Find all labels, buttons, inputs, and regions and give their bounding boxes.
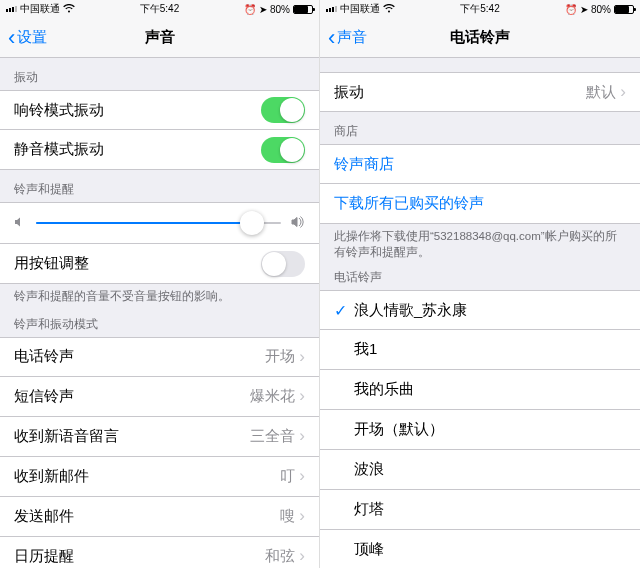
row-label: 下载所有已购买的铃声 [334,194,626,213]
section-header-vibrate: 振动 [0,58,319,90]
ringtone-label: 顶峰 [354,540,626,559]
battery-pct: 80% [270,4,290,15]
back-label: 声音 [337,28,367,47]
battery-icon [614,5,634,14]
row-value: 嗖 [280,507,295,526]
chevron-right-icon: › [299,466,305,486]
switch-vibrate-ring[interactable] [261,97,305,123]
status-bar: 中国联通 下午5:42 ⏰ ➤ 80% [0,0,319,18]
row-tone-store[interactable]: 铃声商店 [320,144,640,184]
back-button[interactable]: ‹ 设置 [8,27,47,49]
chevron-right-icon: › [299,386,305,406]
ringtone-label: 开场（默认） [354,420,626,439]
ringtone-label: 灯塔 [354,500,626,519]
back-label: 设置 [17,28,47,47]
battery-icon [293,5,313,14]
volume-high-icon [291,215,305,231]
ringtone-item[interactable]: ✓浪人情歌_苏永康 [320,290,640,330]
phone-sound-settings: 中国联通 下午5:42 ⏰ ➤ 80% ‹ 设置 声音 振动 [0,0,320,568]
row-download-purchased[interactable]: 下载所有已购买的铃声 [320,184,640,224]
row-label: 发送邮件 [14,507,280,526]
row-text-tone[interactable]: 短信铃声 爆米花 › [0,377,319,417]
signal-icon [6,6,17,12]
row-sent-mail[interactable]: 发送邮件 嗖 › [0,497,319,537]
section-header-ringtones: 电话铃声 [320,268,640,290]
section-footer-download: 此操作将下载使用“532188348@qq.com”帐户购买的所有铃声和提醒声。 [320,224,640,268]
row-calendar[interactable]: 日历提醒 和弦 › [0,537,319,568]
row-value: 三全音 [250,427,295,446]
checkmark-icon: ✓ [334,301,354,320]
row-change-with-buttons[interactable]: 用按钮调整 [0,244,319,284]
row-label: 电话铃声 [14,347,265,366]
row-vibrate-ring[interactable]: 响铃模式振动 [0,90,319,130]
switch-vibrate-silent[interactable] [261,137,305,163]
scroll-content[interactable]: 振动 响铃模式振动 静音模式振动 铃声和提醒 [0,58,319,568]
chevron-right-icon: › [299,426,305,446]
back-button[interactable]: ‹ 声音 [328,27,367,49]
ringtone-label: 波浪 [354,460,626,479]
carrier-label: 中国联通 [20,2,60,16]
row-voicemail[interactable]: 收到新语音留言 三全音 › [0,417,319,457]
row-vibration[interactable]: 振动 默认 › [320,72,640,112]
row-value: 叮 [280,467,295,486]
chevron-left-icon: ‹ [8,27,15,49]
volume-slider[interactable] [36,222,281,224]
phone-ringtone-settings: 中国联通 下午5:42 ⏰ ➤ 80% ‹ 声音 电话铃声 [320,0,640,568]
alarm-icon: ⏰ [565,4,577,15]
clock: 下午5:42 [75,2,244,16]
section-footer-ringer: 铃声和提醒的音量不受音量按钮的影响。 [0,284,319,313]
location-icon: ➤ [580,4,588,15]
row-label: 日历提醒 [14,547,265,566]
row-label: 静音模式振动 [14,140,261,159]
section-header-store: 商店 [320,112,640,144]
volume-low-icon [14,215,26,231]
page-title: 电话铃声 [320,28,640,47]
location-icon: ➤ [259,4,267,15]
row-label: 用按钮调整 [14,254,261,273]
clock: 下午5:42 [395,2,565,16]
ringtone-label: 我的乐曲 [354,380,626,399]
row-value: 和弦 [265,547,295,566]
volume-slider-row [0,202,319,244]
chevron-right-icon: › [299,546,305,566]
section-header-ringer: 铃声和提醒 [0,170,319,202]
row-label: 收到新邮件 [14,467,280,486]
row-ringtone[interactable]: 电话铃声 开场 › [0,337,319,377]
row-vibrate-silent[interactable]: 静音模式振动 [0,130,319,170]
scroll-content[interactable]: 振动 默认 › 商店 铃声商店 下载所有已购买的铃声 此操作将下载使用“5321… [320,58,640,568]
carrier-label: 中国联通 [340,2,380,16]
wifi-icon [383,4,395,15]
chevron-right-icon: › [620,82,626,102]
row-value: 默认 [586,83,616,102]
ringtone-item[interactable]: 灯塔 [320,490,640,530]
ringtone-item[interactable]: 波浪 [320,450,640,490]
chevron-right-icon: › [299,506,305,526]
row-label: 响铃模式振动 [14,101,261,120]
switch-change-with-buttons[interactable] [261,251,305,277]
page-title: 声音 [0,28,319,47]
row-label: 振动 [334,83,586,102]
signal-icon [326,6,337,12]
ringtone-item[interactable]: 开场（默认） [320,410,640,450]
section-header-patterns: 铃声和振动模式 [0,313,319,337]
ringtone-item[interactable]: 顶峰 [320,530,640,568]
battery-pct: 80% [591,4,611,15]
navbar: ‹ 声音 电话铃声 [320,18,640,58]
wifi-icon [63,4,75,15]
status-bar: 中国联通 下午5:42 ⏰ ➤ 80% [320,0,640,18]
row-label: 收到新语音留言 [14,427,250,446]
row-label: 短信铃声 [14,387,250,406]
row-label: 铃声商店 [334,155,626,174]
row-new-mail[interactable]: 收到新邮件 叮 › [0,457,319,497]
navbar: ‹ 设置 声音 [0,18,319,58]
row-value: 爆米花 [250,387,295,406]
ringtone-list: ✓浪人情歌_苏永康我1我的乐曲开场（默认）波浪灯塔顶峰辐射 [320,290,640,568]
ringtone-item[interactable]: 我1 [320,330,640,370]
chevron-right-icon: › [299,347,305,367]
ringtone-label: 浪人情歌_苏永康 [354,301,626,320]
alarm-icon: ⏰ [244,4,256,15]
chevron-left-icon: ‹ [328,27,335,49]
ringtone-label: 我1 [354,340,626,359]
ringtone-item[interactable]: 我的乐曲 [320,370,640,410]
row-value: 开场 [265,347,295,366]
